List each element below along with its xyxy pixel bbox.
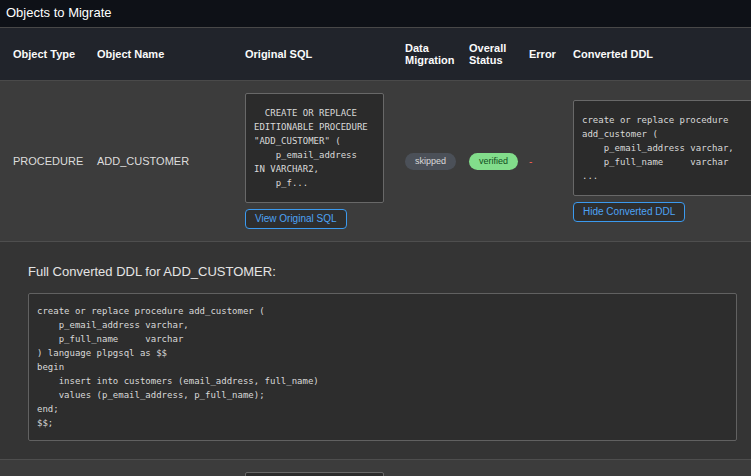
overall-status-badge: verified — [469, 153, 518, 170]
objects-table-container: Object Type Object Name Original SQL Dat… — [0, 27, 751, 476]
table-header-row: Object Type Object Name Original SQL Dat… — [0, 28, 751, 81]
column-header-error: Error — [516, 28, 560, 81]
overall-status-cell — [456, 460, 516, 476]
expanded-ddl-cell: Full Converted DDL for ADD_CUSTOMER: cre… — [0, 242, 751, 460]
column-header-object-type: Object Type — [0, 28, 84, 81]
column-header-original-sql: Original SQL — [232, 28, 392, 81]
converted-ddl-cell — [560, 460, 751, 476]
error-cell — [516, 460, 560, 476]
error-value: - — [529, 156, 532, 167]
expanded-ddl-heading: Full Converted DDL for ADD_CUSTOMER: — [28, 264, 751, 279]
table-row: PROCEDURE ADD_CUSTOMER CREATE OR REPLACE… — [0, 81, 751, 242]
original-sql-snippet: CREATE OR REPLACE EDITIONABLE PROCEDURE … — [245, 93, 384, 203]
full-converted-ddl-code: create or replace procedure add_customer… — [28, 293, 737, 441]
column-header-overall-status: Overall Status — [456, 28, 516, 81]
object-type-cell: PROCEDURE — [0, 81, 84, 242]
objects-table: Object Type Object Name Original SQL Dat… — [0, 27, 751, 476]
converted-ddl-cell: create or replace procedure add_customer… — [560, 81, 751, 242]
column-header-object-name: Object Name — [84, 28, 232, 81]
page-title: Objects to Migrate — [0, 0, 751, 27]
data-migration-badge: skipped — [405, 153, 456, 170]
hide-converted-ddl-button[interactable]: Hide Converted DDL — [573, 202, 685, 222]
overall-status-cell: verified — [456, 81, 516, 242]
original-sql-cell — [232, 460, 392, 476]
data-migration-cell — [392, 460, 456, 476]
data-migration-cell: skipped — [392, 81, 456, 242]
object-name-cell — [84, 460, 232, 476]
object-name-cell: ADD_CUSTOMER — [84, 81, 232, 242]
table-row-partial — [0, 460, 751, 476]
column-header-data-migration: Data Migration — [392, 28, 456, 81]
original-sql-snippet — [245, 472, 384, 476]
error-cell: - — [516, 81, 560, 242]
view-original-sql-button[interactable]: View Original SQL — [245, 209, 347, 229]
expanded-ddl-row: Full Converted DDL for ADD_CUSTOMER: cre… — [0, 242, 751, 460]
object-type-cell — [0, 460, 84, 476]
column-header-converted-ddl: Converted DDL — [560, 28, 751, 81]
converted-ddl-snippet: create or replace procedure add_customer… — [573, 100, 751, 196]
original-sql-cell: CREATE OR REPLACE EDITIONABLE PROCEDURE … — [232, 81, 392, 242]
